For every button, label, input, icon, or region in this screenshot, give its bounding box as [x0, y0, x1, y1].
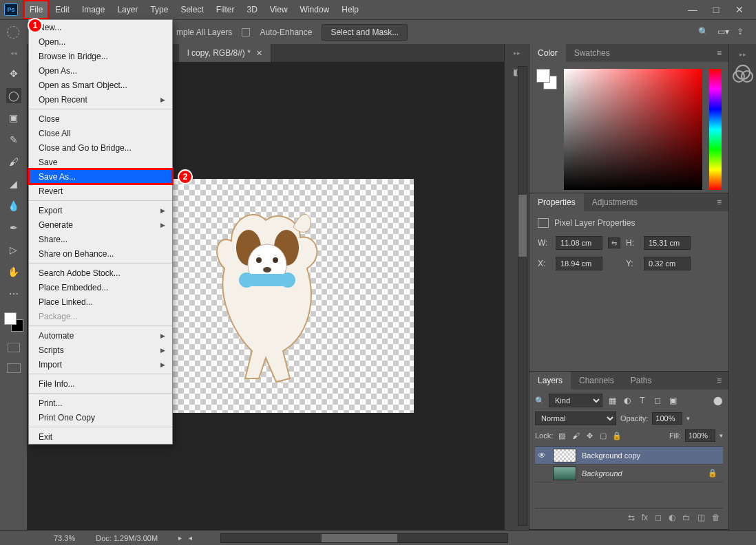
share-icon[interactable]: ⇪ — [737, 27, 748, 38]
screen-mode-icon[interactable] — [7, 363, 21, 373]
color-swatch-pair[interactable] — [536, 69, 557, 89]
menu-item-print-one-copy[interactable]: Print One Copy — [29, 410, 172, 425]
menu-item-new[interactable]: New... — [29, 20, 172, 34]
mask-icon[interactable]: ◻ — [655, 513, 662, 522]
close-tab-icon[interactable]: ✕ — [256, 44, 262, 62]
minimize-button[interactable]: — — [686, 4, 700, 15]
menu-item-revert[interactable]: Revert — [29, 184, 172, 198]
panel-menu-icon[interactable]: ≡ — [710, 197, 728, 207]
menu-item-close-and-go-to-bridge[interactable]: Close and Go to Bridge... — [29, 140, 172, 155]
menu-item-exit[interactable]: Exit — [29, 429, 172, 444]
menu-item-save[interactable]: Save — [29, 155, 172, 169]
blend-mode-select[interactable]: Normal — [535, 412, 616, 425]
menu-item-share-on-behance[interactable]: Share on Behance... — [29, 246, 172, 261]
menu-item-open-as[interactable]: Open As... — [29, 63, 172, 78]
trash-icon[interactable]: 🗑 — [712, 513, 720, 522]
layer-thumbnail[interactable] — [553, 467, 576, 480]
layer-name[interactable]: Background copy — [582, 451, 640, 460]
lock-artboard-icon[interactable]: ▢ — [598, 431, 608, 440]
link-dimensions-icon[interactable]: ⇆ — [608, 237, 620, 248]
menu-item-open[interactable]: Open... — [29, 34, 172, 49]
menu-item-save-as[interactable]: Save As... — [29, 169, 172, 184]
menu-item-file-info[interactable]: File Info... — [29, 376, 172, 391]
zoom-level[interactable]: 73.3% — [54, 534, 75, 542]
menu-item-scripts[interactable]: Scripts — [29, 343, 172, 357]
tab-swatches[interactable]: Swatches — [566, 44, 618, 62]
group-icon[interactable]: 🗀 — [682, 513, 691, 522]
menu-layer[interactable]: Layer — [111, 0, 144, 19]
search-icon[interactable]: 🔍 — [698, 27, 709, 38]
fill-input[interactable] — [685, 429, 715, 442]
lock-all-icon[interactable]: 🔒 — [612, 431, 622, 440]
new-layer-icon[interactable]: ◫ — [697, 513, 705, 522]
filter-adjust-icon[interactable]: ◐ — [622, 396, 633, 405]
foreground-background-swatch[interactable] — [4, 312, 23, 332]
chevron-down-icon[interactable]: ▾ — [720, 432, 723, 439]
menu-item-place-embedded[interactable]: Place Embedded... — [29, 280, 172, 295]
filter-smart-icon[interactable]: ▣ — [667, 396, 678, 405]
hand-tool-icon[interactable]: ✋ — [6, 264, 21, 279]
doc-size[interactable]: Doc: 1.29M/3.00M — [96, 534, 158, 542]
opacity-input[interactable] — [652, 412, 682, 425]
menu-edit[interactable]: Edit — [49, 0, 76, 19]
menu-view[interactable]: View — [264, 0, 294, 19]
tab-properties[interactable]: Properties — [529, 193, 584, 211]
move-tool-icon[interactable]: ✥ — [6, 66, 21, 81]
menu-file[interactable]: File — [23, 0, 49, 19]
chevron-down-icon[interactable]: ▾ — [686, 415, 690, 422]
menu-item-open-recent[interactable]: Open Recent — [29, 92, 172, 107]
lasso-tool-icon[interactable]: ◯ — [6, 88, 21, 103]
tab-color[interactable]: Color — [529, 44, 566, 62]
lock-pixels-icon[interactable]: 🖌 — [571, 431, 580, 440]
layer-filter-kind[interactable]: Kind — [549, 394, 602, 407]
menu-filter[interactable]: Filter — [210, 0, 241, 19]
workspace-icon[interactable]: ▭▾ — [717, 27, 728, 38]
menu-select[interactable]: Select — [174, 0, 209, 19]
layer-row[interactable]: Background 🔒 — [535, 464, 723, 482]
crop-tool-icon[interactable]: ▣ — [6, 110, 21, 125]
collapse-icon[interactable]: ◂◂ — [10, 50, 17, 56]
menu-item-open-as-smart-object[interactable]: Open as Smart Object... — [29, 78, 172, 92]
layer-row[interactable]: 👁 Background copy — [535, 447, 723, 464]
expand-icon[interactable]: ▸▸ — [514, 50, 521, 56]
menu-window[interactable]: Window — [294, 0, 336, 19]
menu-item-close-all[interactable]: Close All — [29, 126, 172, 140]
menu-image[interactable]: Image — [76, 0, 111, 19]
menu-help[interactable]: Help — [335, 0, 365, 19]
menu-3d[interactable]: 3D — [240, 0, 263, 19]
menu-type[interactable]: Type — [144, 0, 174, 19]
adjustment-icon[interactable]: ◐ — [669, 513, 675, 522]
menu-item-import[interactable]: Import — [29, 357, 172, 372]
maximize-button[interactable]: □ — [709, 4, 723, 15]
pen-tool-icon[interactable]: ✒ — [6, 220, 21, 235]
eraser-tool-icon[interactable]: ◢ — [6, 176, 21, 191]
brush-tool-icon[interactable]: 🖌 — [6, 154, 21, 169]
fx-icon[interactable]: fx — [642, 513, 648, 522]
vertical-scrollbar[interactable] — [518, 66, 527, 526]
menu-item-browse-in-bridge[interactable]: Browse in Bridge... — [29, 49, 172, 63]
quick-mask-icon[interactable] — [8, 343, 20, 352]
y-input[interactable] — [644, 257, 691, 270]
expand-icon[interactable]: ▸▸ — [739, 51, 746, 58]
menu-item-search-adobe-stock[interactable]: Search Adobe Stock... — [29, 266, 172, 280]
filter-type-icon[interactable]: T — [637, 396, 648, 405]
menu-item-print[interactable]: Print... — [29, 396, 172, 410]
document-tab[interactable]: l copy, RGB/8#) * ✕ — [179, 44, 271, 62]
height-input[interactable] — [644, 236, 691, 250]
layer-name[interactable]: Background — [582, 469, 622, 478]
visibility-icon[interactable]: 👁 — [538, 451, 547, 460]
tab-channels[interactable]: Channels — [571, 372, 622, 389]
filter-pixel-icon[interactable]: ▦ — [607, 396, 618, 405]
filter-shape-icon[interactable]: ◻ — [652, 396, 663, 405]
eyedropper-tool-icon[interactable]: ✎ — [6, 132, 21, 147]
tool-preset-icon[interactable] — [7, 26, 19, 39]
menu-item-generate[interactable]: Generate — [29, 217, 172, 232]
cc-libraries-icon[interactable] — [735, 65, 750, 80]
tab-layers[interactable]: Layers — [529, 372, 571, 389]
auto-enhance-checkbox[interactable] — [242, 28, 250, 36]
more-tools-icon[interactable]: ⋯ — [6, 286, 21, 301]
menu-item-automate[interactable]: Automate — [29, 328, 172, 343]
menu-item-close[interactable]: Close — [29, 111, 172, 126]
blur-tool-icon[interactable]: 💧 — [6, 198, 21, 213]
hue-slider[interactable] — [709, 69, 722, 190]
